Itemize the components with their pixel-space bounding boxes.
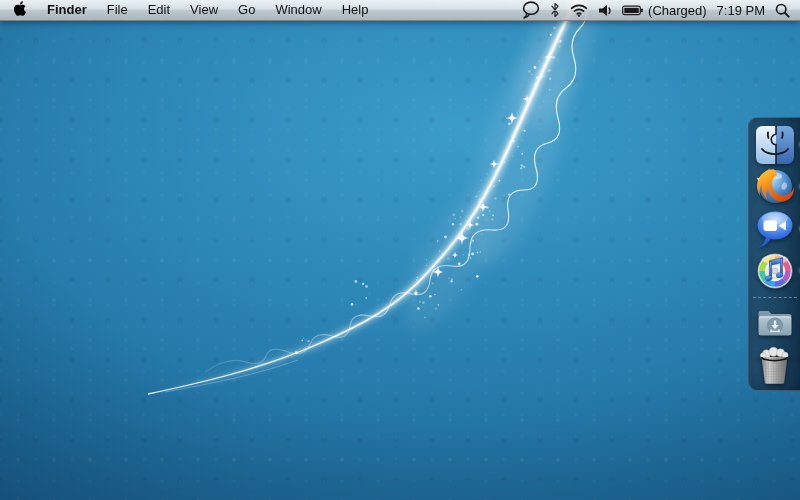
menu-bar-clock[interactable]: 7:19 PM <box>717 3 765 18</box>
ichat-icon <box>755 209 795 249</box>
menu-help[interactable]: Help <box>332 0 379 20</box>
bluetooth-icon[interactable] <box>550 2 560 18</box>
dock-item-finder[interactable] <box>755 125 795 165</box>
dock-item-firefox[interactable] <box>755 167 795 207</box>
menu-view[interactable]: View <box>180 0 228 20</box>
menu-edit[interactable]: Edit <box>138 0 180 20</box>
battery-status-label: (Charged) <box>648 3 707 18</box>
dock <box>748 117 800 391</box>
itunes-icon <box>755 251 795 291</box>
light-streak-artwork <box>0 0 800 500</box>
finder-icon <box>755 125 795 165</box>
menu-go[interactable]: Go <box>228 0 265 20</box>
menu-bar-status-items: (Charged) 7:19 PM <box>522 0 800 20</box>
dock-item-downloads[interactable] <box>755 303 795 343</box>
trash-full-icon <box>755 345 795 385</box>
menu-bar-menus: Finder File Edit View Go Window Help <box>0 0 378 20</box>
firefox-icon <box>755 167 795 207</box>
dock-item-trash[interactable] <box>755 345 795 385</box>
dock-separator <box>753 297 797 298</box>
dock-item-ichat[interactable] <box>755 209 795 249</box>
downloads-folder-icon <box>755 303 795 343</box>
chat-bubble-icon[interactable] <box>522 1 540 19</box>
wifi-icon[interactable] <box>570 3 588 17</box>
battery-menu-extra[interactable]: (Charged) <box>622 3 707 18</box>
menu-window[interactable]: Window <box>265 0 331 20</box>
spotlight-search-icon[interactable] <box>775 3 790 18</box>
menu-bar: Finder File Edit View Go Window Help <box>0 0 800 21</box>
menu-file[interactable]: File <box>97 0 138 20</box>
menu-finder[interactable]: Finder <box>37 0 97 20</box>
apple-menu[interactable] <box>0 0 37 20</box>
dock-item-itunes[interactable] <box>755 251 795 291</box>
apple-logo-icon <box>14 1 26 19</box>
battery-icon <box>622 5 643 16</box>
volume-icon[interactable] <box>598 4 612 17</box>
